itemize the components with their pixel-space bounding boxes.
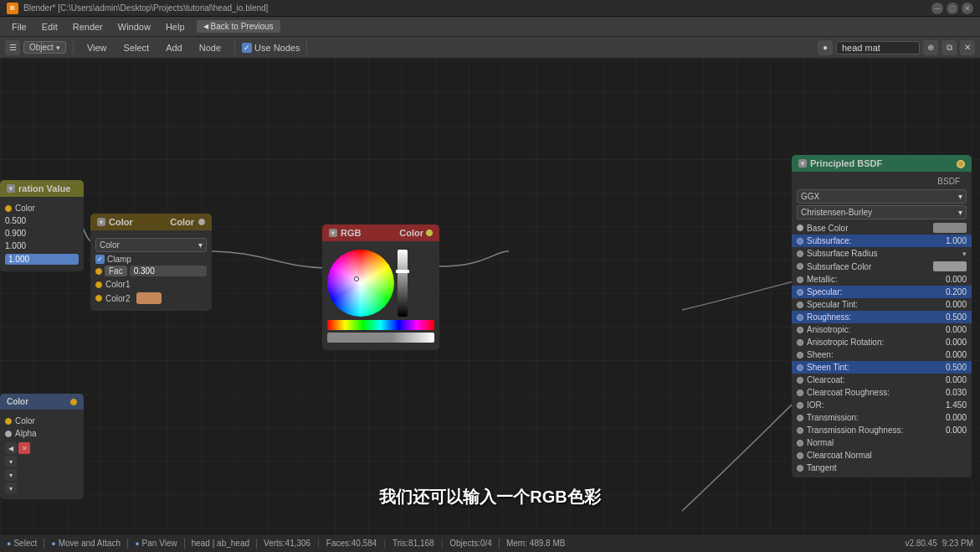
color-socket[interactable] xyxy=(5,418,12,425)
specular-socket[interactable] xyxy=(797,289,803,296)
collapse-button[interactable]: ▼ xyxy=(7,184,15,193)
sheen-socket[interactable] xyxy=(797,352,803,359)
collapse-button[interactable]: ▼ xyxy=(97,218,105,226)
bsdf-output-socket[interactable] xyxy=(957,160,965,168)
base-color-row: Base Color xyxy=(792,221,972,235)
clearcoat-socket[interactable] xyxy=(797,377,803,384)
color-wheel-wrapper[interactable] xyxy=(327,250,394,317)
clearcoat-roughness-row: Clearcoat Roughness: 0.030 xyxy=(792,386,972,399)
status-separator2 xyxy=(127,539,128,549)
subsurface-method-dropdown[interactable]: Christensen-Burley xyxy=(797,205,967,219)
subsurface-row: Subsurface: 1.000 xyxy=(792,235,972,247)
roughness-row: Roughness: 0.500 xyxy=(792,311,972,323)
normal-row: Normal xyxy=(792,436,972,449)
toolbar-add[interactable]: Add xyxy=(159,41,189,54)
clearcoat-normal-socket[interactable] xyxy=(797,452,803,459)
tangent-socket[interactable] xyxy=(797,465,803,472)
subsurface-color-swatch[interactable] xyxy=(933,261,967,271)
menu-help[interactable]: Help xyxy=(159,20,192,34)
toolbar-view[interactable]: View xyxy=(80,41,114,54)
collapse-button[interactable]: ▼ xyxy=(329,229,337,237)
toolbar-select[interactable]: Select xyxy=(117,41,156,54)
title-bar: B Blender* [C:\Users\admin\Desktop\Proje… xyxy=(0,0,980,17)
menu-edit[interactable]: Edit xyxy=(35,20,64,34)
chevron-down-icon[interactable]: ▾ xyxy=(5,456,17,467)
node-body: Color Clamp Fac 0.300 Color1 Color xyxy=(90,230,212,311)
maximize-button[interactable]: □ xyxy=(947,3,958,14)
subsurface-radius-socket[interactable] xyxy=(797,250,803,257)
fac-label: Fac xyxy=(105,266,127,276)
base-color-socket[interactable] xyxy=(797,224,803,231)
color-mix-node[interactable]: ▼ Color Color Color Clamp Fac xyxy=(90,214,212,311)
ior-socket[interactable] xyxy=(797,402,803,409)
delete-icon[interactable]: ✕ xyxy=(960,40,975,55)
color-wheel-dot[interactable] xyxy=(354,276,359,281)
subsurface-socket[interactable] xyxy=(797,238,803,245)
browse-icon[interactable]: ⊕ xyxy=(923,40,938,55)
output-socket[interactable] xyxy=(198,219,205,225)
color2-swatch[interactable] xyxy=(136,292,162,304)
menu-bar: File Edit Render Window Help Back to Pre… xyxy=(0,17,980,37)
iteration-value-node[interactable]: ▼ ration Value Color 0.500 0.900 1.000 1… xyxy=(0,180,84,271)
alpha-socket[interactable] xyxy=(5,431,12,437)
status-select: ● Select xyxy=(7,539,37,548)
chevron-down3-icon[interactable]: ▾ xyxy=(5,482,17,494)
blend-mode-dropdown[interactable]: Color xyxy=(95,238,207,252)
minimize-button[interactable]: ─ xyxy=(931,3,943,14)
specular-tint-row: Specular Tint: 0.000 xyxy=(792,298,972,311)
node-title: Color xyxy=(109,217,133,227)
roughness-socket[interactable] xyxy=(797,314,803,321)
principled-bsdf-node[interactable]: ▼ Principled BSDF BSDF GGX Christensen-B… xyxy=(792,155,972,477)
fac-value[interactable]: 0.300 xyxy=(130,266,207,276)
output-socket[interactable] xyxy=(426,230,433,236)
color-picker xyxy=(327,250,434,317)
status-objects: Objects:0/4 xyxy=(449,539,492,548)
color1-socket[interactable] xyxy=(95,281,102,288)
brightness-handle[interactable] xyxy=(396,270,409,273)
specular-tint-socket[interactable] xyxy=(797,302,803,308)
fac-socket[interactable] xyxy=(95,268,102,275)
copy-icon[interactable]: ⧉ xyxy=(942,40,957,55)
object-mode-dropdown[interactable]: Object xyxy=(23,41,66,54)
hue-bar[interactable] xyxy=(327,320,434,330)
color2-socket[interactable] xyxy=(95,295,102,302)
main-area: ▼ ration Value Color 0.500 0.900 1.000 1… xyxy=(0,59,980,534)
base-color-swatch[interactable] xyxy=(933,223,967,233)
brightness-slider[interactable] xyxy=(398,250,408,317)
anisotropic-socket[interactable] xyxy=(797,327,803,333)
transmission-socket[interactable] xyxy=(797,415,803,421)
close-button[interactable]: ✕ xyxy=(962,3,973,14)
menu-file[interactable]: File xyxy=(5,20,33,34)
chevron-down2-icon[interactable]: ▾ xyxy=(5,469,17,481)
left-icon[interactable]: ◀ xyxy=(5,442,17,454)
color-wheel[interactable] xyxy=(327,250,394,317)
toolbar-node[interactable]: Node xyxy=(192,41,228,54)
output-socket[interactable] xyxy=(5,205,12,212)
close-small-icon[interactable]: ✕ xyxy=(18,442,30,454)
distribution-dropdown[interactable]: GGX xyxy=(797,189,967,204)
node-canvas[interactable]: ▼ ration Value Color 0.500 0.900 1.000 1… xyxy=(0,59,980,534)
sheen-tint-socket[interactable] xyxy=(797,364,803,371)
use-nodes-checkbox[interactable]: Use Nodes xyxy=(242,43,300,53)
material-name-field[interactable]: head mat xyxy=(836,41,920,54)
collapse-button[interactable]: ▼ xyxy=(798,159,807,168)
node-title: RGB xyxy=(341,228,361,238)
subsurface-color-row: Subsurface Color xyxy=(792,260,972,273)
clearcoat-normal-row: Clearcoat Normal xyxy=(792,449,972,462)
sphere-icon: ● xyxy=(818,40,833,55)
subsurface-color-socket[interactable] xyxy=(797,263,803,270)
menu-window[interactable]: Window xyxy=(111,20,157,34)
mode-icon[interactable]: ☰ xyxy=(5,40,20,55)
color-output-node[interactable]: Color Color Alpha ◀ ✕ ▾ xyxy=(0,394,84,499)
normal-socket[interactable] xyxy=(797,440,803,446)
rgb-node[interactable]: ▼ RGB Color xyxy=(322,224,439,350)
menu-render[interactable]: Render xyxy=(66,20,110,34)
clamp-checkbox[interactable]: Clamp xyxy=(95,255,207,264)
output-socket[interactable] xyxy=(70,399,77,405)
anisotropic-rotation-socket[interactable] xyxy=(797,339,803,346)
status-mem: Mem: 489.8 MB xyxy=(506,539,566,548)
clearcoat-roughness-socket[interactable] xyxy=(797,389,803,396)
back-to-previous-button[interactable]: Back to Previous xyxy=(197,20,280,33)
metallic-socket[interactable] xyxy=(797,276,803,283)
transmission-roughness-socket[interactable] xyxy=(797,427,803,434)
